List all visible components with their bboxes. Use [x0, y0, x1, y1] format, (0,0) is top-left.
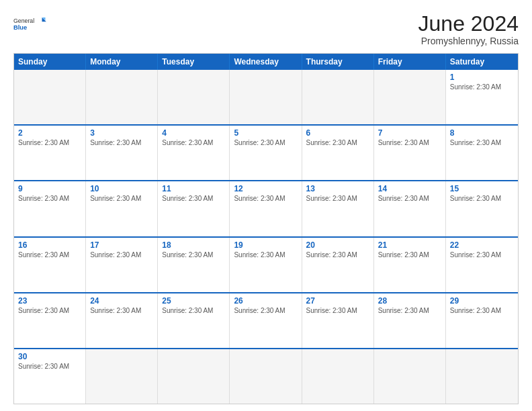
- calendar-cell: 4Sunrise: 2:30 AM: [158, 126, 230, 180]
- day-info: Sunrise: 2:30 AM: [90, 195, 153, 202]
- day-number: 20: [306, 240, 369, 250]
- calendar-cell: 23Sunrise: 2:30 AM: [14, 293, 86, 348]
- day-info: Sunrise: 2:30 AM: [90, 307, 153, 314]
- calendar-cell: [302, 349, 374, 404]
- calendar-cell: 5Sunrise: 2:30 AM: [230, 126, 302, 180]
- day-number: 15: [450, 184, 514, 193]
- day-info: Sunrise: 2:30 AM: [378, 195, 441, 202]
- calendar-cell: [86, 349, 158, 404]
- calendar-header-cell: Thursday: [302, 54, 374, 70]
- calendar-header-cell: Sunday: [14, 54, 86, 70]
- calendar-cell: 27Sunrise: 2:30 AM: [302, 293, 374, 348]
- day-number: 18: [162, 240, 225, 250]
- page: General Blue June 2024 Promyshlennyy, Ru…: [0, 0, 532, 411]
- day-info: Sunrise: 2:30 AM: [18, 251, 81, 259]
- calendar-week: 30Sunrise: 2:30 AM: [14, 348, 518, 404]
- day-number: 14: [378, 184, 441, 193]
- calendar-cell: [302, 70, 374, 124]
- svg-text:General: General: [13, 17, 34, 24]
- day-info: Sunrise: 2:30 AM: [18, 363, 81, 370]
- calendar-cell: 8Sunrise: 2:30 AM: [446, 126, 518, 180]
- calendar-cell: 18Sunrise: 2:30 AM: [158, 238, 230, 292]
- calendar-cell: [230, 349, 302, 404]
- day-number: 6: [306, 128, 369, 138]
- calendar-cell: 29Sunrise: 2:30 AM: [446, 293, 518, 348]
- calendar-cell: 19Sunrise: 2:30 AM: [230, 238, 302, 292]
- day-number: 22: [450, 240, 514, 250]
- calendar-cell: [158, 349, 230, 404]
- calendar-cell: 7Sunrise: 2:30 AM: [374, 126, 446, 180]
- calendar-cell: 3Sunrise: 2:30 AM: [86, 126, 158, 180]
- calendar-cell: 13Sunrise: 2:30 AM: [302, 181, 374, 236]
- calendar-cell: 26Sunrise: 2:30 AM: [230, 293, 302, 348]
- svg-text:Blue: Blue: [13, 24, 27, 31]
- calendar-cell: 16Sunrise: 2:30 AM: [14, 238, 86, 292]
- calendar-cell: 21Sunrise: 2:30 AM: [374, 238, 446, 292]
- day-number: 5: [234, 128, 297, 138]
- day-info: Sunrise: 2:30 AM: [306, 139, 369, 146]
- day-number: 9: [18, 184, 81, 193]
- calendar-cell: [158, 70, 230, 124]
- logo: General Blue: [13, 12, 47, 36]
- calendar-title: June 2024: [418, 12, 519, 36]
- day-info: Sunrise: 2:30 AM: [234, 251, 297, 259]
- day-info: Sunrise: 2:30 AM: [378, 307, 441, 314]
- calendar-cell: [446, 349, 518, 404]
- calendar-cell: 20Sunrise: 2:30 AM: [302, 238, 374, 292]
- calendar-cell: [14, 70, 86, 124]
- day-number: 7: [378, 128, 441, 138]
- calendar-cell: 9Sunrise: 2:30 AM: [14, 181, 86, 236]
- calendar-cell: 10Sunrise: 2:30 AM: [86, 181, 158, 236]
- calendar: SundayMondayTuesdayWednesdayThursdayFrid…: [13, 53, 519, 404]
- header: General Blue June 2024 Promyshlennyy, Ru…: [13, 12, 519, 46]
- day-info: Sunrise: 2:30 AM: [162, 139, 225, 146]
- day-info: Sunrise: 2:30 AM: [234, 195, 297, 202]
- day-number: 12: [234, 184, 297, 193]
- calendar-header-row: SundayMondayTuesdayWednesdayThursdayFrid…: [14, 54, 518, 70]
- calendar-cell: 17Sunrise: 2:30 AM: [86, 238, 158, 292]
- day-number: 13: [306, 184, 369, 193]
- day-number: 2: [18, 128, 81, 138]
- day-info: Sunrise: 2:30 AM: [162, 251, 225, 259]
- day-number: 1: [450, 73, 514, 82]
- calendar-cell: [86, 70, 158, 124]
- calendar-header-cell: Wednesday: [230, 54, 302, 70]
- calendar-week: 16Sunrise: 2:30 AM17Sunrise: 2:30 AM18Su…: [14, 236, 518, 292]
- calendar-cell: 14Sunrise: 2:30 AM: [374, 181, 446, 236]
- calendar-cell: 28Sunrise: 2:30 AM: [374, 293, 446, 348]
- calendar-cell: 25Sunrise: 2:30 AM: [158, 293, 230, 348]
- title-block: June 2024 Promyshlennyy, Russia: [418, 12, 519, 46]
- calendar-header-cell: Tuesday: [158, 54, 230, 70]
- day-info: Sunrise: 2:30 AM: [450, 83, 514, 91]
- calendar-subtitle: Promyshlennyy, Russia: [418, 36, 519, 46]
- calendar-header-cell: Saturday: [446, 54, 518, 70]
- calendar-cell: 2Sunrise: 2:30 AM: [14, 126, 86, 180]
- day-info: Sunrise: 2:30 AM: [18, 195, 81, 202]
- day-info: Sunrise: 2:30 AM: [306, 251, 369, 259]
- day-info: Sunrise: 2:30 AM: [306, 195, 369, 202]
- calendar-week: 23Sunrise: 2:30 AM24Sunrise: 2:30 AM25Su…: [14, 292, 518, 348]
- calendar-cell: 11Sunrise: 2:30 AM: [158, 181, 230, 236]
- day-number: 25: [162, 296, 225, 306]
- day-number: 10: [90, 184, 153, 193]
- day-number: 21: [378, 240, 441, 250]
- calendar-cell: [230, 70, 302, 124]
- calendar-week: 9Sunrise: 2:30 AM10Sunrise: 2:30 AM11Sun…: [14, 180, 518, 236]
- calendar-header-cell: Monday: [86, 54, 158, 70]
- day-info: Sunrise: 2:30 AM: [234, 307, 297, 314]
- day-info: Sunrise: 2:30 AM: [234, 139, 297, 146]
- day-info: Sunrise: 2:30 AM: [162, 307, 225, 314]
- day-info: Sunrise: 2:30 AM: [90, 139, 153, 146]
- day-info: Sunrise: 2:30 AM: [378, 251, 441, 259]
- day-number: 27: [306, 296, 369, 306]
- day-number: 26: [234, 296, 297, 306]
- day-number: 8: [450, 128, 514, 138]
- calendar-cell: 1Sunrise: 2:30 AM: [446, 70, 518, 124]
- logo-svg: General Blue: [13, 12, 47, 36]
- day-number: 23: [18, 296, 81, 306]
- day-number: 19: [234, 240, 297, 250]
- day-number: 11: [162, 184, 225, 193]
- calendar-cell: [374, 70, 446, 124]
- calendar-week: 2Sunrise: 2:30 AM3Sunrise: 2:30 AM4Sunri…: [14, 124, 518, 180]
- day-number: 3: [90, 128, 153, 138]
